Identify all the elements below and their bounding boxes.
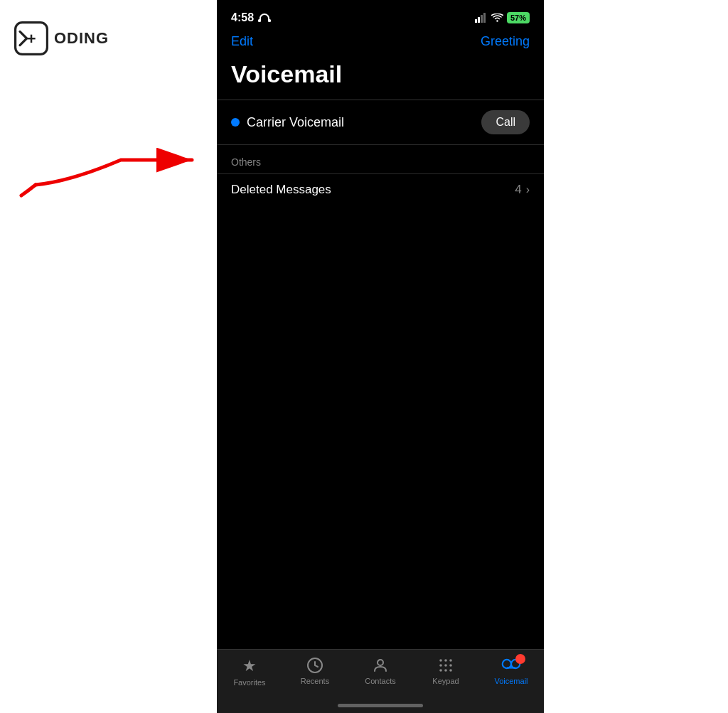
carrier-voicemail-label: Carrier Voicemail (247, 115, 344, 130)
status-time: 4:58 (231, 11, 271, 24)
tab-voicemail[interactable]: Voicemail (490, 657, 532, 685)
svg-point-20 (503, 660, 511, 668)
others-header: Others (217, 145, 544, 173)
svg-point-19 (449, 669, 452, 672)
svg-point-12 (444, 659, 447, 662)
tab-keypad-label: Keypad (432, 677, 459, 685)
page-title: Voicemail (217, 58, 544, 100)
svg-rect-4 (268, 19, 271, 22)
wifi-icon (491, 14, 503, 23)
contacts-icon (372, 657, 389, 674)
svg-point-18 (444, 669, 447, 672)
tab-recents-label: Recents (301, 677, 329, 685)
svg-point-11 (439, 659, 442, 662)
left-annotation-area: + ODING (0, 0, 217, 713)
svg-rect-22 (507, 667, 515, 668)
chevron-right-icon: › (526, 183, 530, 196)
home-indicator (338, 704, 423, 707)
tab-contacts[interactable]: Contacts (359, 657, 402, 685)
battery-icon: 57% (507, 12, 530, 23)
svg-point-16 (449, 664, 452, 667)
svg-rect-5 (475, 19, 477, 23)
tab-keypad[interactable]: Keypad (424, 657, 467, 685)
deleted-messages-label: Deleted Messages (231, 183, 331, 197)
tab-contacts-label: Contacts (365, 677, 395, 685)
voicemail-icon-wrap (501, 657, 521, 674)
svg-rect-3 (258, 19, 261, 22)
tab-recents[interactable]: Recents (294, 657, 336, 685)
voicemail-badge (515, 654, 525, 664)
svg-rect-7 (481, 15, 483, 23)
edit-button[interactable]: Edit (231, 34, 253, 49)
deleted-messages-row[interactable]: Deleted Messages 4 › (217, 173, 544, 205)
svg-point-13 (449, 659, 452, 662)
svg-point-14 (439, 664, 442, 667)
nav-bar: Edit Greeting (217, 31, 544, 58)
logo-text: ODING (54, 29, 109, 48)
greeting-button[interactable]: Greeting (481, 34, 530, 49)
deleted-right: 4 › (515, 183, 530, 197)
recents-icon (306, 657, 323, 674)
favorites-icon: ★ (242, 657, 257, 675)
keypad-icon (437, 657, 454, 674)
tab-favorites-label: Favorites (233, 678, 265, 687)
tab-voicemail-label: Voicemail (494, 677, 528, 685)
svg-rect-6 (478, 17, 480, 23)
svg-rect-8 (483, 13, 486, 23)
signal-icon (475, 13, 488, 23)
svg-point-15 (444, 664, 447, 667)
logo-icon: + (14, 21, 48, 55)
carrier-voicemail-row[interactable]: Carrier Voicemail Call (217, 100, 544, 144)
svg-point-17 (439, 669, 442, 672)
unread-dot (231, 118, 240, 127)
deleted-count: 4 (515, 183, 521, 197)
phone-frame: 4:58 57% (217, 0, 544, 713)
red-arrow-annotation (14, 114, 206, 199)
logo: + ODING (14, 21, 109, 55)
carrier-left: Carrier Voicemail (231, 115, 344, 130)
status-bar: 4:58 57% (217, 0, 544, 31)
svg-text:+: + (26, 30, 36, 48)
status-icons: 57% (475, 12, 530, 23)
svg-point-10 (378, 660, 383, 665)
headphone-icon (258, 13, 271, 23)
call-button[interactable]: Call (481, 110, 530, 134)
tab-favorites[interactable]: ★ Favorites (228, 657, 271, 687)
